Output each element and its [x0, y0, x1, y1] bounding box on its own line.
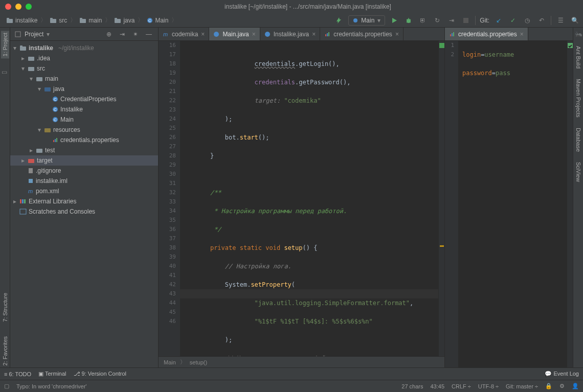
svg-rect-5: [80, 18, 82, 19]
tool-database[interactable]: Database: [574, 126, 582, 154]
tree-cp[interactable]: CCredentialProperties: [10, 94, 158, 104]
close-icon[interactable]: ×: [201, 31, 205, 38]
git-update-button[interactable]: ↙: [494, 15, 504, 26]
tab-codemika[interactable]: mcodemika×: [159, 28, 209, 40]
window-title: instalike [~/git/instalike] - .../src/ma…: [38, 3, 578, 10]
lock-icon[interactable]: 🔒: [545, 383, 552, 389]
tool-version-control[interactable]: ⎇ 9: Version Control: [74, 371, 127, 377]
tool-ant[interactable]: Ant Build: [574, 44, 582, 71]
warning-marker[interactable]: [440, 245, 444, 247]
tree-main[interactable]: ▾main: [10, 74, 158, 84]
inspection-ok-icon[interactable]: [568, 43, 573, 48]
breadcrumb-src[interactable]: src: [47, 17, 70, 24]
tree-cred[interactable]: credentials.properties: [10, 135, 158, 145]
code-area[interactable]: credentials.getLogin(), credentials.getP…: [180, 41, 438, 356]
coverage-button[interactable]: ⛨: [418, 15, 428, 26]
tool-sciview[interactable]: SciView: [574, 160, 582, 184]
minimize-window-icon[interactable]: [15, 4, 21, 10]
collapse-button[interactable]: ⇥: [117, 29, 127, 39]
gutter[interactable]: 1617181920212223242526272829303132333435…: [159, 41, 180, 356]
zoom-window-icon[interactable]: [26, 4, 32, 10]
tool-maven[interactable]: Maven Projects: [574, 77, 582, 120]
svg-rect-3: [50, 18, 53, 19]
svg-rect-7: [115, 18, 117, 19]
git-commit-button[interactable]: ✓: [508, 15, 518, 26]
tool-event-log[interactable]: 💬 Event Log: [545, 371, 579, 377]
tree-root[interactable]: ▾instalike~/git/instalike: [10, 43, 158, 53]
code-editor-right[interactable]: 12 login=username password=pass: [445, 41, 573, 367]
tree-java[interactable]: ▾java: [10, 84, 158, 94]
code-editor[interactable]: 1617181920212223242526272829303132333435…: [159, 41, 444, 356]
attach-button[interactable]: ⇥: [446, 15, 457, 26]
tree-test[interactable]: ▸test: [10, 145, 158, 155]
status-git-branch[interactable]: Git: master ÷: [506, 383, 538, 389]
svg-rect-37: [24, 199, 26, 203]
tool-favorites[interactable]: 2: Favorites: [1, 334, 9, 367]
stop-button[interactable]: [461, 15, 471, 26]
tree-iml[interactable]: instalike.iml: [10, 176, 158, 186]
hide-button[interactable]: —: [144, 29, 154, 39]
ide-settings-button[interactable]: ☰: [555, 15, 566, 26]
close-icon[interactable]: ×: [252, 31, 256, 38]
tree-ins[interactable]: CInstalike: [10, 104, 158, 114]
status-encoding[interactable]: UTF-8 ÷: [478, 383, 499, 389]
svg-rect-36: [22, 199, 24, 203]
gear-icon[interactable]: ✴: [130, 29, 141, 39]
inspection-ok-icon[interactable]: [439, 43, 444, 48]
crumb-class[interactable]: Main: [164, 359, 176, 365]
close-icon[interactable]: ×: [395, 31, 399, 38]
tree-idea[interactable]: ▸.idea: [10, 53, 158, 63]
editor-split-right: credentials.properties× 12 login=usernam…: [445, 28, 573, 367]
git-revert-button[interactable]: ↶: [536, 15, 547, 26]
build-button[interactable]: [334, 15, 344, 26]
tree-res[interactable]: ▾resources: [10, 125, 158, 135]
marker-bar[interactable]: [438, 41, 444, 356]
project-tree[interactable]: ▾instalike~/git/instalike ▸.idea ▾src ▾m…: [10, 41, 158, 367]
status-position[interactable]: 43:45: [430, 383, 444, 389]
tree-scr[interactable]: Scratches and Consoles: [10, 206, 158, 217]
svg-rect-32: [29, 168, 33, 173]
tree-mainc[interactable]: CMain: [10, 114, 158, 125]
svg-rect-19: [44, 87, 51, 91]
status-line-ending[interactable]: CRLF ÷: [452, 383, 471, 389]
tree-src[interactable]: ▾src: [10, 63, 158, 74]
breadcrumb-main[interactable]: main: [76, 17, 105, 24]
breadcrumb-class[interactable]: CMain: [144, 17, 171, 24]
tree-target[interactable]: ▸target: [10, 155, 158, 166]
tab-main[interactable]: Main.java×: [209, 28, 260, 40]
gutter-right[interactable]: 12: [445, 41, 458, 367]
tool-terminal[interactable]: ▣ Terminal: [38, 371, 66, 377]
run-button[interactable]: [389, 15, 399, 26]
bookmarks-icon[interactable]: ▭: [2, 68, 9, 76]
close-icon[interactable]: ×: [312, 31, 316, 38]
close-window-icon[interactable]: [5, 4, 11, 10]
memory-indicator[interactable]: ⚙: [559, 383, 565, 389]
debug-button[interactable]: [403, 15, 414, 26]
breadcrumb-root[interactable]: instalike: [3, 17, 40, 24]
locate-button[interactable]: ⊕: [104, 29, 114, 39]
close-icon[interactable]: ×: [520, 31, 524, 38]
chevron-down-icon[interactable]: ▾: [47, 31, 50, 38]
tab-properties[interactable]: credentials.properties×: [320, 28, 403, 40]
svg-rect-47: [450, 34, 451, 36]
search-everywhere-button[interactable]: 🔍: [570, 15, 580, 26]
tree-pom[interactable]: mpom.xml: [10, 186, 158, 196]
hector-icon[interactable]: 👤: [572, 383, 579, 389]
breadcrumb-java[interactable]: java: [111, 17, 138, 24]
tab-instalike[interactable]: Instalike.java×: [260, 28, 320, 40]
code-area-right[interactable]: login=username password=pass: [458, 41, 567, 367]
tree-ext[interactable]: ▸External Libraries: [10, 196, 158, 206]
tree-gi[interactable]: .gitignore: [10, 166, 158, 176]
marker-bar-right[interactable]: [567, 41, 573, 367]
tool-todo[interactable]: ≡ 6: TODO: [4, 371, 31, 377]
ant-icon[interactable]: 🐜: [575, 31, 582, 38]
tool-windows-button[interactable]: ▢: [4, 383, 9, 389]
crumb-method[interactable]: setup(): [190, 359, 207, 365]
git-history-button[interactable]: ◷: [522, 15, 532, 26]
run-config-selector[interactable]: Main ▾: [348, 15, 385, 26]
tool-project[interactable]: 1: Project: [1, 31, 9, 58]
tool-structure[interactable]: 7: Structure: [1, 291, 9, 324]
profiler-button[interactable]: ↻: [432, 15, 442, 26]
svg-rect-17: [28, 67, 34, 71]
tab-properties-right[interactable]: credentials.properties×: [445, 28, 528, 40]
